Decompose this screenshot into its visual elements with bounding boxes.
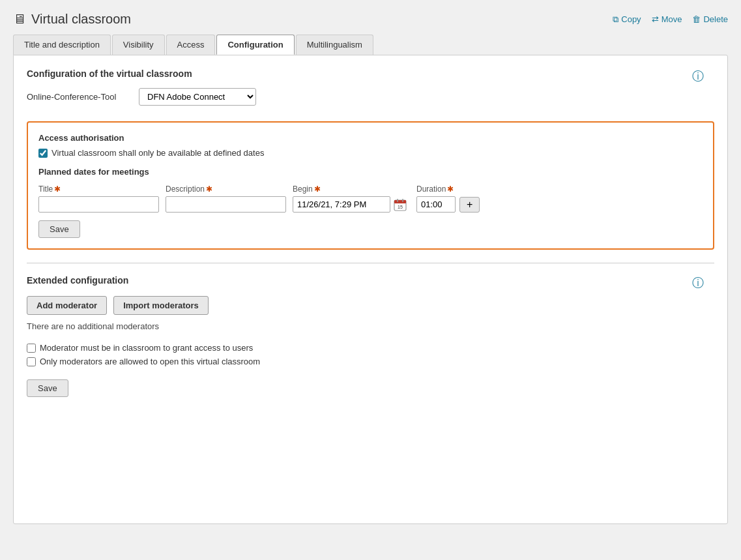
config-section-title: Configuration of the virtual classroom [27, 68, 714, 79]
tab-access[interactable]: Access [166, 35, 216, 55]
svg-rect-1 [394, 200, 406, 203]
copy-icon: ⧉ [613, 14, 618, 25]
config-help-icon[interactable]: ⓘ [692, 68, 704, 84]
tab-title-and-description[interactable]: Title and description [13, 35, 111, 55]
content-area: Configuration of the virtual classroom O… [13, 55, 728, 524]
tab-visibility[interactable]: Visibility [112, 35, 165, 55]
moderator-options: Moderator must be in classroom to grant … [27, 343, 714, 366]
moderator-option-1-label: Moderator must be in classroom to grant … [40, 343, 253, 353]
moderator-option-2-row: Only moderators are allowed to open this… [27, 357, 714, 366]
moderator-buttons: Add moderator Import moderators [27, 296, 714, 315]
access-auth-checkbox-label: Virtual classroom shall only be availabl… [51, 148, 264, 158]
col-begin: Begin ✱ 15 [293, 184, 410, 213]
tool-label: Online-Conference-Tool [27, 92, 131, 102]
move-button[interactable]: ⇄ Move [652, 14, 682, 24]
meeting-column-headers: Title ✱ Description ✱ Begin ✱ [38, 184, 703, 213]
tool-select[interactable]: DFN Adobe Connect [139, 88, 256, 106]
svg-text:15: 15 [398, 205, 403, 209]
moderator-option-2-checkbox[interactable] [27, 357, 36, 366]
meeting-title-input[interactable] [38, 196, 159, 213]
tab-configuration[interactable]: Configuration [216, 35, 294, 55]
moderator-option-1-checkbox[interactable] [27, 344, 36, 353]
title-required-star: ✱ [54, 184, 61, 194]
monitor-icon: 🖥 [13, 12, 26, 27]
access-auth-checkbox[interactable] [38, 149, 48, 158]
ext-config-help-icon[interactable]: ⓘ [692, 275, 704, 291]
tab-multilingualism[interactable]: Multilingualism [296, 35, 373, 55]
delete-button[interactable]: 🗑 Delete [692, 14, 728, 24]
col-duration: Duration ✱ + [416, 184, 482, 213]
col-description: Description ✱ [166, 184, 286, 213]
calendar-icon[interactable]: 15 [393, 198, 407, 212]
extended-config-section: Extended configuration ⓘ Add moderator I… [27, 275, 714, 397]
meeting-begin-input[interactable] [293, 196, 390, 213]
save-planned-dates-button[interactable]: Save [38, 220, 80, 238]
col-title: Title ✱ [38, 184, 159, 213]
config-section: Configuration of the virtual classroom O… [27, 68, 714, 106]
section-divider [27, 263, 714, 263]
delete-icon: 🗑 [692, 14, 701, 24]
tool-row: Online-Conference-Tool DFN Adobe Connect [27, 88, 714, 106]
duration-required-star: ✱ [447, 184, 454, 194]
access-auth-box: Access authorisation Virtual classroom s… [27, 121, 714, 250]
planned-dates-title: Planned dates for meetings [38, 167, 703, 177]
moderator-option-1-row: Moderator must be in classroom to grant … [27, 343, 714, 353]
ext-config-title: Extended configuration [27, 275, 714, 286]
access-auth-checkbox-row: Virtual classroom shall only be availabl… [38, 148, 703, 158]
moderator-option-2-label: Only moderators are allowed to open this… [40, 357, 260, 366]
add-meeting-button[interactable]: + [459, 197, 480, 213]
copy-button[interactable]: ⧉ Copy [613, 14, 641, 25]
desc-required-star: ✱ [206, 184, 212, 194]
access-auth-title: Access authorisation [38, 133, 703, 143]
page-title: 🖥 Virtual classroom [13, 12, 131, 27]
save-extended-config-button[interactable]: Save [27, 379, 68, 397]
begin-required-star: ✱ [314, 184, 321, 194]
no-moderators-text: There are no additional moderators [27, 321, 714, 331]
add-moderator-button[interactable]: Add moderator [27, 296, 107, 315]
meeting-desc-input[interactable] [166, 196, 286, 213]
move-icon: ⇄ [652, 14, 659, 24]
meeting-duration-input[interactable] [416, 196, 456, 213]
import-moderators-button[interactable]: Import moderators [113, 296, 209, 315]
tab-bar: Title and description Visibility Access … [13, 35, 728, 55]
